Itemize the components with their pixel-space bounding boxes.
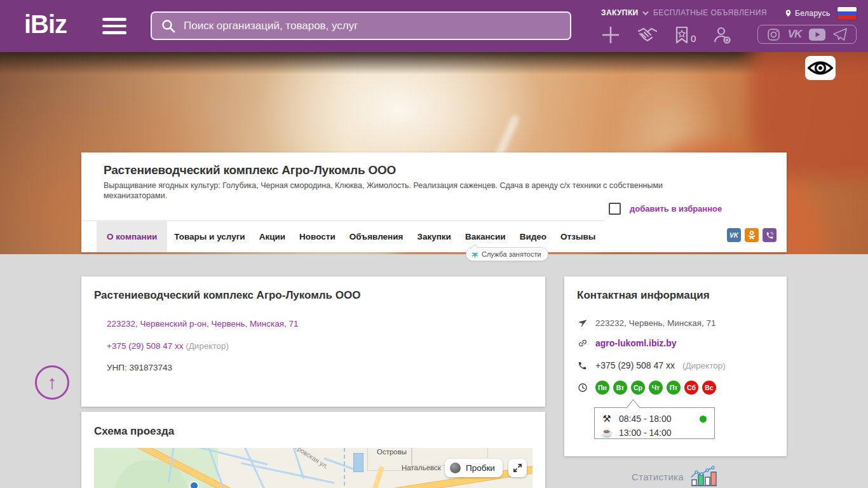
expand-icon xyxy=(513,463,522,473)
contact-phone[interactable]: +375 (29) 508 47 xx xyxy=(595,360,675,370)
clock-icon xyxy=(577,383,588,393)
menu-icon[interactable] xyxy=(102,18,126,34)
map-settlement-top: Островы xyxy=(377,448,407,456)
tab-ads[interactable]: Объявления xyxy=(342,221,410,252)
about-title: Растениеводческий комплекс Агро-Лукомль … xyxy=(94,289,360,302)
top-nav: ЗАКУПКИ БЕСПЛАТНЫЕ ОБЪЯВЛЕНИЯ Беларусь xyxy=(601,8,868,20)
tab-products[interactable]: Товары и услуги xyxy=(167,221,252,252)
day-badge-thu[interactable]: Чт xyxy=(649,381,663,395)
map-card: Схема проезда Островская ул. Островы Нат… xyxy=(81,412,545,488)
map-street-label: Островская ул. xyxy=(287,448,330,470)
contact-website-row: agro-lukoml.ibiz.by xyxy=(577,338,677,348)
company-description: Выращивание ягодных культур: Голубика, Ч… xyxy=(104,180,663,201)
contact-address-row: 223232, Червень, Минская, 71 xyxy=(577,318,716,328)
youtube-icon[interactable] xyxy=(809,29,825,41)
vk-icon[interactable]: VK xyxy=(788,28,802,41)
day-badge-wed[interactable]: Ср xyxy=(631,381,645,395)
contact-phone-note: (Директор) xyxy=(682,361,726,370)
logo[interactable]: iBiz xyxy=(24,10,67,39)
handshake-icon[interactable] xyxy=(637,26,658,44)
work-hours: 08:45 - 18:00 xyxy=(619,414,672,424)
telegram-icon[interactable] xyxy=(833,28,847,41)
header: iBiz ЗАКУПКИ БЕСПЛАТНЫЕ ОБЪЯВЛЕНИЯ Белар… xyxy=(0,0,868,52)
day-badge-mon[interactable]: Пн xyxy=(595,381,609,395)
break-hours: 13:00 - 14:00 xyxy=(619,428,672,438)
nav-free-ads[interactable]: БЕСПЛАТНЫЕ ОБЪЯВЛЕНИЯ xyxy=(653,8,767,17)
add-to-favorites[interactable]: добавить в избранное xyxy=(609,203,722,215)
day-badge-fri[interactable]: Пт xyxy=(667,381,681,395)
page: iBiz ЗАКУПКИ БЕСПЛАТНЫЕ ОБЪЯВЛЕНИЯ Белар… xyxy=(0,0,868,488)
break-hours-icon: ☕ xyxy=(601,427,613,438)
about-unp: УНП: 391873743 xyxy=(107,363,172,372)
map-title: Схема проезда xyxy=(94,425,174,438)
header-social-links: VK xyxy=(757,25,857,44)
favorites-count: 0 xyxy=(691,33,696,44)
nav-procurement[interactable]: ЗАКУПКИ xyxy=(601,8,647,17)
ok-share-icon[interactable] xyxy=(745,228,759,242)
phone-icon xyxy=(577,361,588,370)
accessibility-eye-button[interactable] xyxy=(805,56,836,80)
add-company-icon[interactable] xyxy=(601,25,620,44)
contact-card: Контактная информация 223232, Червень, М… xyxy=(564,276,787,456)
login-user-icon[interactable] xyxy=(712,25,731,44)
working-hours-tooltip: ⚒ 08:45 - 18:00 ☕ 13:00 - 14:00 xyxy=(594,407,715,439)
tab-reviews[interactable]: Отзывы xyxy=(553,221,602,252)
vacancy-tooltip-text: Служба занятости xyxy=(482,250,541,258)
arrow-up-icon: ↑ xyxy=(48,372,57,393)
vacancy-tooltip: Служба занятости xyxy=(466,247,548,261)
company-title: Растениеводческий комплекс Агро-Лукомль … xyxy=(104,163,396,177)
vk-share-icon[interactable]: VK xyxy=(727,228,741,242)
traffic-toggle-button[interactable]: Пробки xyxy=(445,459,503,477)
map-marker xyxy=(189,481,199,488)
map-settlement-right: Натальевск xyxy=(402,464,441,471)
phone-note: (Директор) xyxy=(186,341,229,351)
viber-share-icon[interactable] xyxy=(763,228,776,242)
favorites-bookmark-icon[interactable]: 0 xyxy=(675,26,696,44)
contact-website-link[interactable]: agro-lukoml.ibiz.by xyxy=(595,338,677,348)
chevron-down-icon xyxy=(642,9,649,15)
search-input[interactable] xyxy=(184,20,561,32)
instagram-icon[interactable] xyxy=(767,28,780,41)
work-hours-icon: ⚒ xyxy=(601,413,613,424)
nav-country[interactable]: Беларусь xyxy=(784,8,831,18)
day-badge-sat[interactable]: Сб xyxy=(684,381,698,395)
navigation-icon xyxy=(577,318,588,328)
tab-procurement[interactable]: Закупки xyxy=(410,221,458,252)
search-bar[interactable] xyxy=(151,11,571,40)
language-flag-ru[interactable] xyxy=(837,7,857,20)
employment-service-icon xyxy=(471,251,478,258)
favorite-checkbox[interactable] xyxy=(609,203,621,215)
about-phone[interactable]: +375 (29) 508 47 xx (Директор) xyxy=(107,341,229,351)
statistics-link[interactable]: Статистика xyxy=(564,466,787,487)
company-social-links: VK xyxy=(727,228,776,242)
contact-title: Контактная информация xyxy=(577,289,710,302)
day-badge-tue[interactable]: Вт xyxy=(613,381,627,395)
map[interactable]: Островская ул. Островы Натальевск Пробки xyxy=(94,448,532,488)
working-days: Пн Вт Ср Чт Пт Сб Вс xyxy=(595,381,716,395)
search-icon xyxy=(161,18,176,34)
header-actions: 0 xyxy=(601,24,731,46)
favorite-label: добавить в избранное xyxy=(630,204,722,214)
tab-promos[interactable]: Акции xyxy=(252,221,292,252)
contact-address: 223232, Червень, Минская, 71 xyxy=(595,318,716,328)
link-icon xyxy=(577,338,588,348)
traffic-icon xyxy=(450,463,461,473)
about-address-link[interactable]: 223232, Червенский р-он, Червень, Минска… xyxy=(107,319,299,329)
company-header-card: Растениеводческий комплекс Агро-Лукомль … xyxy=(81,152,787,252)
map-expand-button[interactable] xyxy=(508,459,527,477)
day-badge-sun[interactable]: Вс xyxy=(702,381,716,395)
scroll-to-top-button[interactable]: ↑ xyxy=(35,365,69,400)
tab-news[interactable]: Новости xyxy=(292,221,342,252)
location-pin-icon xyxy=(784,8,792,18)
about-card: Растениеводческий комплекс Агро-Лукомль … xyxy=(81,276,545,407)
contact-phone-row: +375 (29) 508 47 xx (Директор) xyxy=(577,360,726,370)
tab-about[interactable]: О компании xyxy=(97,221,167,252)
working-days-row: Пн Вт Ср Чт Пт Сб Вс xyxy=(577,381,716,395)
statistics-label: Статистика xyxy=(632,471,684,482)
statistics-chart-icon xyxy=(690,466,719,487)
open-now-indicator xyxy=(700,416,707,423)
eye-icon xyxy=(808,59,833,77)
